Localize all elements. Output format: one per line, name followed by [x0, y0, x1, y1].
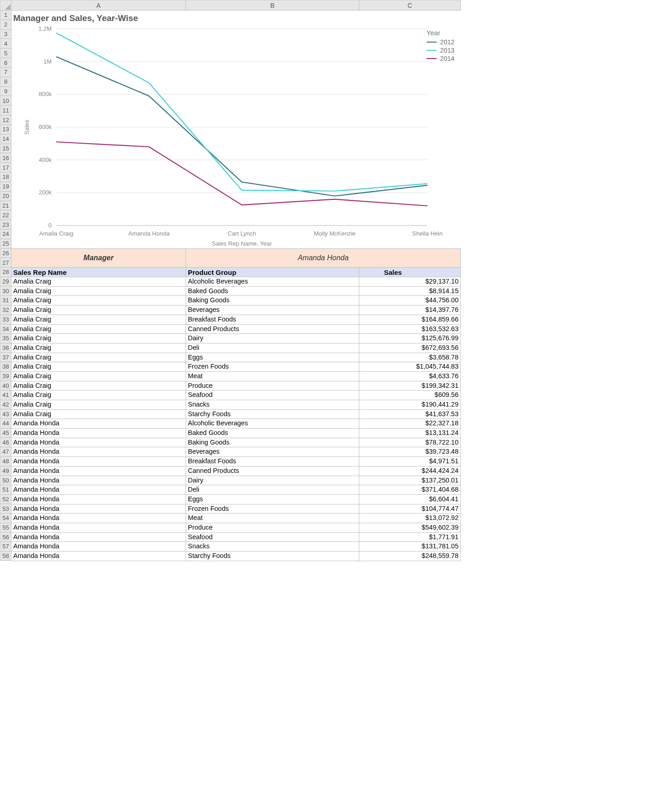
- cell[interactable]: Amanda Honda: [11, 466, 186, 476]
- cell[interactable]: Starchy Foods: [186, 552, 359, 561]
- cell[interactable]: Eggs: [186, 495, 359, 504]
- row-header-15[interactable]: 15: [0, 144, 11, 154]
- cell[interactable]: Amalia Craig: [11, 391, 186, 400]
- cell[interactable]: $78,722.10: [359, 438, 461, 447]
- cell[interactable]: $4,971.51: [359, 457, 461, 466]
- row-header-47[interactable]: 47: [0, 447, 11, 457]
- cell[interactable]: Amalia Craig: [11, 362, 186, 371]
- cell[interactable]: Deli: [186, 343, 359, 353]
- cell[interactable]: $13,131.24: [359, 429, 461, 438]
- cell[interactable]: Amanda Honda: [11, 447, 186, 456]
- cell[interactable]: Amalia Craig: [11, 381, 186, 391]
- row-header-32[interactable]: 32: [0, 306, 11, 315]
- row-header-54[interactable]: 54: [0, 514, 11, 523]
- row-header-13[interactable]: 13: [0, 125, 11, 134]
- row-header-8[interactable]: 8: [0, 77, 11, 87]
- cell[interactable]: Starchy Foods: [186, 410, 359, 419]
- cell[interactable]: $1,771.91: [359, 533, 461, 542]
- row-header-1[interactable]: 1: [0, 11, 11, 20]
- row-header-24[interactable]: 24: [0, 230, 11, 239]
- cell[interactable]: $609.56: [359, 391, 461, 400]
- cell[interactable]: $137,250.01: [359, 476, 461, 485]
- cell[interactable]: $244,424.24: [359, 466, 461, 476]
- cell[interactable]: Amalia Craig: [11, 325, 186, 334]
- row-header-48[interactable]: 48: [0, 457, 11, 466]
- cell[interactable]: Alcoholic Beverages: [186, 277, 359, 286]
- row-header-26[interactable]: 26: [0, 249, 11, 258]
- row-header-12[interactable]: 12: [0, 115, 11, 125]
- cell[interactable]: Beverages: [186, 447, 359, 456]
- row-header-57[interactable]: 57: [0, 542, 11, 552]
- row-header-39[interactable]: 39: [0, 372, 11, 381]
- cell[interactable]: Baked Goods: [186, 429, 359, 438]
- row-header-50[interactable]: 50: [0, 476, 11, 485]
- cell[interactable]: Amalia Craig: [11, 334, 186, 343]
- row-header-33[interactable]: 33: [0, 315, 11, 325]
- cell[interactable]: $131,781.05: [359, 542, 461, 551]
- row-header-41[interactable]: 41: [0, 391, 11, 400]
- row-header-21[interactable]: 21: [0, 201, 11, 211]
- row-header-38[interactable]: 38: [0, 362, 11, 372]
- cell[interactable]: Amanda Honda: [11, 504, 186, 514]
- cell[interactable]: Amalia Craig: [11, 400, 186, 409]
- row-header-56[interactable]: 56: [0, 532, 11, 542]
- cell[interactable]: Amanda Honda: [11, 438, 186, 447]
- cell[interactable]: Amalia Craig: [11, 306, 186, 315]
- cell[interactable]: Baked Goods: [186, 287, 359, 296]
- row-header-43[interactable]: 43: [0, 409, 11, 419]
- header-product-group[interactable]: Product Group: [186, 268, 359, 277]
- cell[interactable]: Deli: [186, 485, 359, 494]
- cell[interactable]: Amanda Honda: [11, 476, 186, 485]
- cell[interactable]: $1,045,744.83: [359, 362, 461, 371]
- cell[interactable]: $549,602.39: [359, 523, 461, 532]
- cell[interactable]: $199,342.31: [359, 381, 461, 391]
- cell[interactable]: Amanda Honda: [11, 495, 186, 504]
- row-header-14[interactable]: 14: [0, 134, 11, 144]
- cell[interactable]: $190,441.29: [359, 400, 461, 409]
- cell[interactable]: Dairy: [186, 476, 359, 485]
- cell[interactable]: $13,072.92: [359, 514, 461, 523]
- legend-item[interactable]: 2014: [427, 55, 454, 62]
- cell[interactable]: Amalia Craig: [11, 287, 186, 296]
- merged-cell-manager-value[interactable]: Amanda Honda: [186, 249, 461, 267]
- col-header-C[interactable]: C: [359, 0, 461, 11]
- cell[interactable]: Amanda Honda: [11, 542, 186, 551]
- header-sales-rep[interactable]: Sales Rep Name: [11, 268, 186, 277]
- cell[interactable]: Amanda Honda: [11, 419, 186, 428]
- row-header-35[interactable]: 35: [0, 334, 11, 343]
- cell[interactable]: $248,559.78: [359, 552, 461, 561]
- cell[interactable]: Amalia Craig: [11, 410, 186, 419]
- col-header-A[interactable]: A: [11, 0, 186, 11]
- chart-object[interactable]: Manager and Sales, Year-Wise 0200k400k60…: [11, 11, 461, 249]
- cell[interactable]: Breakfast Foods: [186, 457, 359, 466]
- cell[interactable]: $14,397.76: [359, 306, 461, 315]
- cell[interactable]: $164,859.66: [359, 315, 461, 324]
- row-header-45[interactable]: 45: [0, 429, 11, 438]
- cell[interactable]: Snacks: [186, 542, 359, 551]
- row-header-44[interactable]: 44: [0, 419, 11, 429]
- cell[interactable]: Amalia Craig: [11, 353, 186, 362]
- cell[interactable]: Eggs: [186, 353, 359, 362]
- cell[interactable]: Frozen Foods: [186, 362, 359, 371]
- cell[interactable]: $4,633.76: [359, 372, 461, 381]
- cell[interactable]: Amanda Honda: [11, 552, 186, 561]
- row-header-9[interactable]: 9: [0, 87, 11, 96]
- select-all-corner[interactable]: [0, 0, 11, 11]
- row-header-7[interactable]: 7: [0, 68, 11, 77]
- cell[interactable]: Meat: [186, 514, 359, 523]
- cell[interactable]: Beverages: [186, 306, 359, 315]
- row-header-58[interactable]: 58: [0, 552, 11, 561]
- legend-item[interactable]: 2012: [427, 38, 454, 46]
- cell[interactable]: Alcoholic Beverages: [186, 419, 359, 428]
- row-header-10[interactable]: 10: [0, 96, 11, 106]
- row-header-4[interactable]: 4: [0, 39, 11, 48]
- cell[interactable]: Seafood: [186, 391, 359, 400]
- cell[interactable]: $6,604.41: [359, 495, 461, 504]
- cell[interactable]: $371,404.68: [359, 485, 461, 494]
- cell[interactable]: Frozen Foods: [186, 504, 359, 514]
- row-header-30[interactable]: 30: [0, 286, 11, 296]
- row-header-52[interactable]: 52: [0, 495, 11, 504]
- cell[interactable]: Amalia Craig: [11, 277, 186, 286]
- row-header-11[interactable]: 11: [0, 106, 11, 115]
- row-header-23[interactable]: 23: [0, 220, 11, 230]
